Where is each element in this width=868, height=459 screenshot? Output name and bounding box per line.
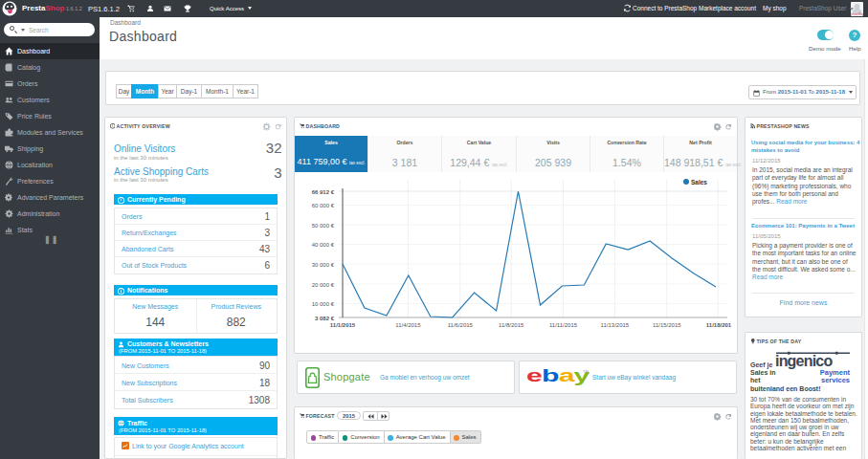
svg-text:11/18/201: 11/18/201: [706, 322, 732, 328]
svg-text:Sales: Sales: [691, 179, 707, 186]
svg-text:11/8/2015: 11/8/2015: [499, 322, 524, 328]
svg-text:40 000 €: 40 000 €: [312, 242, 335, 248]
svg-text:50 000 €: 50 000 €: [312, 223, 335, 229]
svg-text:ingenico: ingenico: [775, 353, 833, 369]
svg-text:11/11/2015: 11/11/2015: [549, 322, 578, 328]
svg-text:PrestaShop: PrestaShop: [851, 12, 863, 16]
svg-text:30 000 €: 30 000 €: [312, 262, 335, 268]
svg-text:10 000 €: 10 000 €: [312, 301, 335, 307]
svg-text:11/13/2015: 11/13/2015: [601, 322, 630, 328]
svg-text:11/4/2015: 11/4/2015: [395, 322, 421, 328]
svg-text:20 000 €: 20 000 €: [312, 282, 335, 288]
svg-text:60 000 €: 60 000 €: [312, 203, 335, 208]
svg-text:11/15/2015: 11/15/2015: [653, 322, 681, 328]
svg-text:3 082 €: 3 082 €: [315, 316, 335, 321]
svg-text:66 912 €: 66 912 €: [312, 189, 335, 195]
svg-text:11/1/2015: 11/1/2015: [330, 322, 356, 328]
svg-text:11/6/2015: 11/6/2015: [448, 322, 474, 328]
